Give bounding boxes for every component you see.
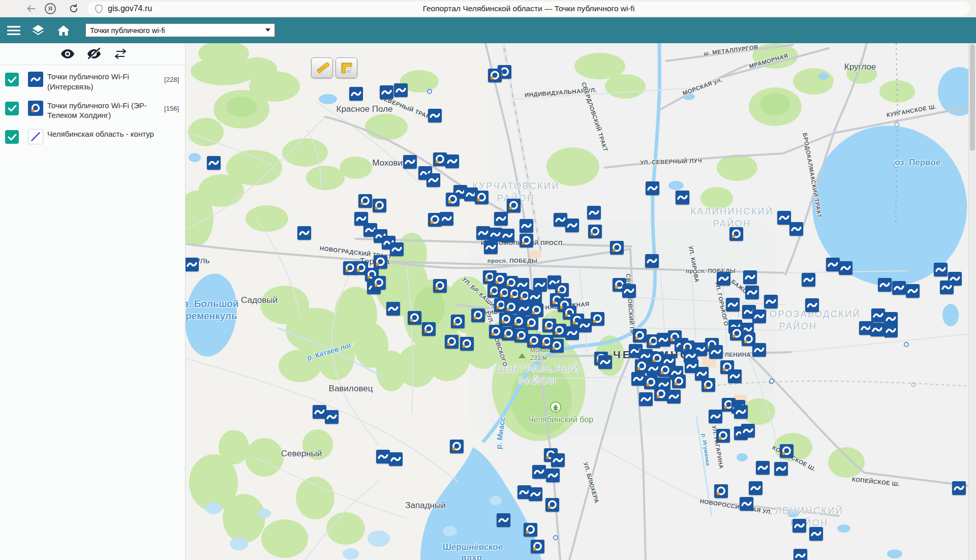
wifi-marker-intersvyaz[interactable] bbox=[752, 309, 766, 323]
wifi-marker-ertelecom[interactable] bbox=[507, 199, 521, 212]
layer-checkbox[interactable] bbox=[5, 73, 19, 86]
map-layer-select[interactable]: Точки публичного wi-fi bbox=[85, 23, 275, 37]
wifi-marker-ertelecom[interactable] bbox=[460, 337, 474, 351]
wifi-marker-intersvyaz[interactable] bbox=[426, 173, 440, 187]
wifi-marker-ertelecom[interactable] bbox=[714, 484, 728, 498]
wifi-marker-intersvyaz[interactable] bbox=[501, 229, 514, 242]
wifi-marker-ertelecom[interactable] bbox=[372, 276, 386, 290]
wifi-marker-intersvyaz[interactable] bbox=[529, 487, 542, 501]
wifi-marker-intersvyaz[interactable] bbox=[428, 109, 442, 122]
wifi-marker-intersvyaz[interactable] bbox=[386, 302, 400, 316]
wifi-marker-ertelecom[interactable] bbox=[610, 241, 624, 255]
wifi-marker-ertelecom[interactable] bbox=[445, 335, 459, 349]
wifi-marker-ertelecom[interactable] bbox=[446, 193, 460, 206]
measure-distance-button[interactable] bbox=[311, 57, 333, 78]
wifi-marker-ertelecom[interactable] bbox=[780, 444, 794, 458]
refresh-button[interactable] bbox=[67, 2, 80, 15]
layer-row-intersvyaz[interactable]: Точки публичного Wi-Fi (Интерсвязь) [228… bbox=[0, 65, 185, 94]
wifi-marker-intersvyaz[interactable] bbox=[403, 155, 417, 169]
layer-row-ertelecom[interactable]: Точки публичного Wi-Fi (ЭР-Телеком Холди… bbox=[0, 94, 185, 123]
wifi-marker-intersvyaz[interactable] bbox=[394, 83, 408, 97]
wifi-marker-intersvyaz[interactable] bbox=[709, 410, 722, 423]
wifi-marker-intersvyaz[interactable] bbox=[774, 462, 788, 476]
wifi-marker-intersvyaz[interactable] bbox=[645, 254, 659, 268]
wifi-marker-ertelecom[interactable] bbox=[702, 378, 715, 392]
reorder-layers-button[interactable] bbox=[113, 47, 128, 60]
wifi-marker-intersvyaz[interactable] bbox=[756, 461, 770, 475]
wifi-marker-intersvyaz[interactable] bbox=[389, 452, 403, 466]
wifi-marker-intersvyaz[interactable] bbox=[884, 324, 898, 337]
wifi-marker-ertelecom[interactable] bbox=[591, 312, 604, 326]
wifi-marker-intersvyaz[interactable] bbox=[878, 278, 892, 292]
wifi-marker-ertelecom[interactable] bbox=[504, 300, 518, 314]
wifi-marker-ertelecom[interactable] bbox=[550, 339, 564, 353]
wifi-marker-intersvyaz[interactable] bbox=[445, 154, 459, 168]
wifi-marker-ertelecom[interactable] bbox=[588, 225, 602, 238]
wifi-marker-intersvyaz[interactable] bbox=[794, 549, 807, 560]
wifi-marker-intersvyaz[interactable] bbox=[809, 527, 823, 541]
wifi-marker-intersvyaz[interactable] bbox=[313, 405, 326, 419]
wifi-marker-ertelecom[interactable] bbox=[545, 498, 559, 512]
wifi-marker-ertelecom[interactable] bbox=[553, 324, 566, 337]
wifi-marker-intersvyaz[interactable] bbox=[484, 240, 498, 254]
layer-row-region-contour[interactable]: Челябинская область - контур bbox=[0, 122, 185, 146]
wifi-marker-ertelecom[interactable] bbox=[520, 234, 533, 247]
wifi-marker-intersvyaz[interactable] bbox=[777, 211, 791, 225]
yandex-browser-icon[interactable]: Я bbox=[44, 2, 57, 15]
wifi-marker-ertelecom[interactable] bbox=[408, 311, 421, 325]
measure-area-button[interactable]: м² bbox=[336, 57, 357, 78]
wifi-marker-ertelecom[interactable] bbox=[525, 316, 538, 330]
wifi-marker-ertelecom[interactable] bbox=[531, 540, 544, 553]
wifi-marker-intersvyaz[interactable] bbox=[631, 372, 645, 386]
wifi-marker-intersvyaz[interactable] bbox=[494, 212, 508, 226]
wifi-marker-intersvyaz[interactable] bbox=[717, 272, 730, 286]
wifi-marker-ertelecom[interactable] bbox=[471, 308, 485, 322]
wifi-marker-intersvyaz[interactable] bbox=[906, 284, 920, 298]
wifi-marker-intersvyaz[interactable] bbox=[598, 355, 612, 369]
wifi-marker-ertelecom[interactable] bbox=[450, 440, 464, 453]
wifi-marker-intersvyaz[interactable] bbox=[728, 369, 742, 383]
wifi-marker-ertelecom[interactable] bbox=[451, 315, 465, 328]
wifi-marker-intersvyaz[interactable] bbox=[565, 326, 579, 340]
wifi-marker-ertelecom[interactable] bbox=[716, 429, 730, 443]
wifi-marker-intersvyaz[interactable] bbox=[551, 453, 565, 467]
address-bar[interactable]: gis.gov74.ru Геопортал Челябинской облас… bbox=[87, 2, 970, 16]
wifi-marker-intersvyaz[interactable] bbox=[390, 242, 404, 256]
wifi-marker-intersvyaz[interactable] bbox=[297, 226, 311, 240]
wifi-marker-intersvyaz[interactable] bbox=[802, 273, 815, 287]
show-all-layers-button[interactable] bbox=[60, 47, 75, 60]
wifi-marker-ertelecom[interactable] bbox=[633, 329, 647, 343]
wifi-marker-ertelecom[interactable] bbox=[527, 334, 541, 348]
wifi-marker-intersvyaz[interactable] bbox=[734, 405, 748, 419]
hide-all-layers-button[interactable] bbox=[86, 47, 102, 60]
wifi-marker-intersvyaz[interactable] bbox=[667, 390, 681, 403]
wifi-marker-intersvyaz[interactable] bbox=[517, 302, 531, 316]
wifi-marker-intersvyaz[interactable] bbox=[726, 298, 740, 312]
wifi-marker-intersvyaz[interactable] bbox=[565, 219, 579, 232]
wifi-marker-intersvyaz[interactable] bbox=[520, 219, 533, 233]
wifi-marker-intersvyaz[interactable] bbox=[533, 278, 547, 292]
wifi-marker-ertelecom[interactable] bbox=[373, 199, 386, 212]
scrollbar-thumb[interactable] bbox=[970, 44, 975, 151]
wifi-marker-intersvyaz[interactable] bbox=[622, 284, 636, 298]
wifi-marker-intersvyaz[interactable] bbox=[546, 469, 560, 482]
map-canvas[interactable]: Красное ПолеМоховичкиТеремаСадовыйВавило… bbox=[186, 43, 968, 560]
wifi-marker-ertelecom[interactable] bbox=[433, 279, 447, 293]
wifi-marker-intersvyaz[interactable] bbox=[940, 281, 954, 294]
wifi-marker-ertelecom[interactable] bbox=[530, 303, 543, 317]
page-scrollbar[interactable] bbox=[968, 43, 976, 560]
wifi-marker-intersvyaz[interactable] bbox=[741, 424, 755, 438]
wifi-marker-intersvyaz[interactable] bbox=[871, 308, 885, 322]
wifi-marker-intersvyaz[interactable] bbox=[752, 343, 766, 357]
wifi-marker-intersvyaz[interactable] bbox=[805, 298, 819, 312]
wifi-marker-intersvyaz[interactable] bbox=[207, 156, 221, 170]
wifi-marker-intersvyaz[interactable] bbox=[376, 450, 390, 463]
wifi-marker-intersvyaz[interactable] bbox=[532, 465, 546, 479]
wifi-marker-intersvyaz[interactable] bbox=[749, 481, 762, 495]
wifi-marker-intersvyaz[interactable] bbox=[764, 295, 778, 308]
wifi-marker-intersvyaz[interactable] bbox=[497, 513, 510, 527]
wifi-marker-intersvyaz[interactable] bbox=[740, 497, 753, 511]
wifi-marker-intersvyaz[interactable] bbox=[676, 191, 689, 204]
wifi-marker-ertelecom[interactable] bbox=[428, 213, 442, 227]
wifi-marker-intersvyaz[interactable] bbox=[789, 222, 803, 236]
